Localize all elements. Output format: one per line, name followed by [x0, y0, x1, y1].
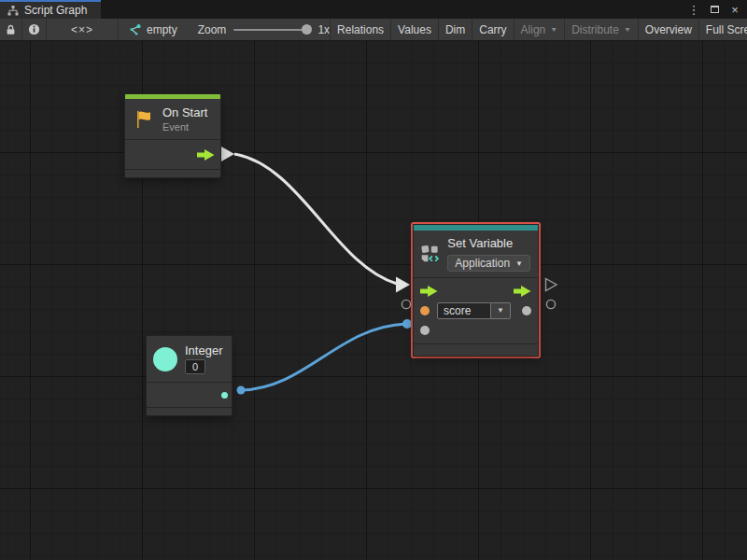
variable-name-dropdown-button[interactable]: ▼ [491, 302, 511, 319]
value-wire-start-dot[interactable] [237, 386, 246, 395]
flag-icon [133, 108, 155, 131]
value-wire[interactable] [242, 324, 406, 390]
node-subtitle: Event [162, 121, 207, 133]
toolbar-buttons: Relations Values Dim Carry Align ▼ Distr… [330, 19, 747, 40]
graph-name-label: empty [147, 23, 177, 36]
graph-hierarchy-icon [7, 6, 19, 16]
window-menu-icon[interactable]: ⋮ [685, 1, 702, 18]
control-wire[interactable] [234, 154, 397, 284]
value-output-port[interactable] [522, 306, 531, 315]
variable-name-field[interactable]: score [437, 302, 491, 319]
zoom-label: Zoom [198, 23, 227, 36]
zoom-slider[interactable] [233, 29, 310, 31]
selection-outline: Set Variable Application ▼ [411, 222, 541, 358]
integer-value-field[interactable]: 0 [185, 359, 205, 374]
node-on-start[interactable]: On Start Event [124, 93, 221, 178]
node-title: On Start [162, 105, 207, 119]
close-icon[interactable]: × [726, 1, 743, 18]
flow-output-port[interactable] [197, 149, 215, 161]
chevron-down-icon: ▼ [497, 306, 504, 315]
zoom-control: Zoom 1x [185, 19, 330, 40]
align-dropdown-button[interactable]: Align ▼ [514, 19, 566, 40]
maximize-icon[interactable] [706, 1, 723, 18]
tab-script-graph[interactable]: Script Graph [0, 0, 101, 19]
zoom-slider-handle[interactable] [302, 24, 312, 35]
graph-node-icon [128, 23, 142, 36]
info-button[interactable] [22, 19, 47, 40]
fullscreen-button[interactable]: Full Screen [699, 19, 747, 40]
relations-button[interactable]: Relations [331, 19, 391, 40]
info-icon [28, 23, 40, 35]
lock-icon [6, 24, 16, 35]
tab-title: Script Graph [24, 4, 87, 17]
output-flow-port-marker[interactable] [546, 279, 557, 291]
chevron-down-icon: ▼ [550, 25, 557, 33]
variable-name-select[interactable]: score ▼ [437, 302, 511, 319]
node-integer[interactable]: Integer 0 [146, 335, 233, 416]
variable-name-input-port[interactable] [420, 306, 430, 315]
graph-toolbar: <×> empty Zoom 1x Relations Values Dim C… [0, 19, 747, 41]
flow-input-port[interactable] [420, 286, 438, 297]
window-controls: ⋮ × [685, 0, 743, 19]
input-port-marker[interactable] [402, 300, 410, 308]
wire-end-arrow[interactable] [396, 277, 410, 293]
chevron-down-icon: ▼ [515, 259, 523, 268]
output-port-marker[interactable] [546, 300, 555, 308]
dim-button[interactable]: Dim [439, 19, 472, 40]
graph-breadcrumb[interactable]: empty [119, 19, 185, 40]
overview-button[interactable]: Overview [639, 19, 699, 40]
carry-button[interactable]: Carry [472, 19, 514, 40]
lock-button[interactable] [0, 19, 22, 40]
code-icon: <×> [71, 23, 93, 36]
node-title: Set Variable [447, 236, 530, 250]
wire-start-arrow[interactable] [221, 147, 234, 161]
set-variable-icon [421, 241, 440, 267]
chevron-down-icon: ▼ [624, 25, 631, 33]
title-bar: Script Graph ⋮ × [0, 0, 747, 19]
flow-output-port[interactable] [514, 286, 531, 297]
node-set-variable[interactable]: Set Variable Application ▼ [413, 224, 539, 357]
value-input-port[interactable] [420, 326, 430, 335]
zoom-value: 1x [317, 23, 330, 36]
integer-output-port[interactable] [221, 392, 228, 399]
values-button[interactable]: Values [391, 19, 439, 40]
graph-canvas[interactable]: On Start Event Integer 0 [0, 41, 747, 560]
distribute-dropdown-button[interactable]: Distribute ▼ [565, 19, 639, 40]
node-title: Integer [185, 343, 222, 357]
variable-scope-dropdown[interactable]: Application ▼ [447, 255, 530, 272]
code-view-button[interactable]: <×> [47, 19, 119, 40]
connections-layer [0, 41, 747, 560]
integer-icon [153, 347, 177, 371]
